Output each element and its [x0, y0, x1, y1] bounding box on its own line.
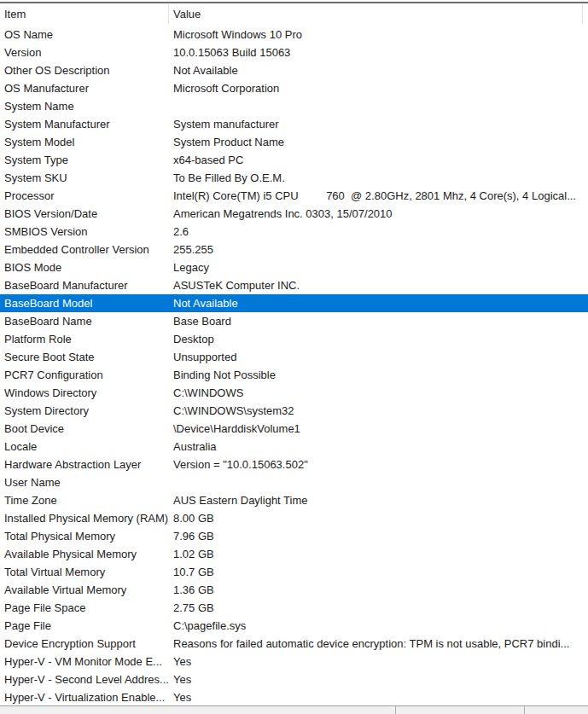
item-cell: System SKU — [0, 169, 169, 187]
value-cell: 2.6 — [169, 223, 588, 241]
value-cell: Yes — [169, 688, 588, 706]
item-cell: BaseBoard Model — [0, 294, 169, 312]
table-row[interactable]: Hyper-V - Second Level Addres... Yes — [0, 670, 588, 688]
item-cell: Total Virtual Memory — [0, 563, 169, 581]
value-cell: 2.75 GB — [169, 599, 588, 617]
item-cell: Version — [0, 44, 169, 61]
statusbar-divider — [395, 706, 396, 714]
value-cell: 1.36 GB — [169, 581, 588, 599]
item-cell: System Manufacturer — [0, 115, 169, 133]
value-cell: Binding Not Possible — [169, 366, 588, 384]
table-row[interactable]: BaseBoard Model Not Available — [0, 294, 588, 312]
item-cell: Embedded Controller Version — [0, 241, 169, 258]
table-row[interactable]: Processor Intel(R) Core(TM) i5 CPU 760 @… — [0, 187, 588, 205]
table-row[interactable]: PCR7 Configuration Binding Not Possible — [0, 366, 588, 384]
table-row[interactable]: Version 10.0.15063 Build 15063 — [0, 44, 588, 61]
table-row[interactable]: System Type x64-based PC — [0, 151, 588, 169]
table-row[interactable]: Windows Directory C:\WINDOWS — [0, 384, 588, 402]
table-row[interactable]: Embedded Controller Version 255.255 — [0, 241, 588, 258]
value-cell: Microsoft Corporation — [169, 79, 588, 97]
column-header-value[interactable]: Value — [169, 5, 583, 24]
value-cell: C:\WINDOWS\system32 — [169, 402, 588, 420]
table-row[interactable]: Page File C:\pagefile.sys — [0, 617, 588, 635]
item-cell: System Directory — [0, 402, 169, 420]
item-cell: OS Manufacturer — [0, 79, 169, 97]
item-cell: PCR7 Configuration — [0, 366, 169, 384]
table-row[interactable]: SMBIOS Version 2.6 — [0, 223, 588, 241]
table-row[interactable]: Total Physical Memory 7.96 GB — [0, 527, 588, 545]
table-row[interactable]: System SKU To Be Filled By O.E.M. — [0, 169, 588, 187]
table-row[interactable]: BIOS Mode Legacy — [0, 258, 588, 276]
item-cell: Hardware Abstraction Layer — [0, 456, 169, 473]
value-cell: x64-based PC — [169, 151, 588, 169]
table-row[interactable]: Platform Role Desktop — [0, 330, 588, 348]
item-cell: Processor — [0, 187, 169, 205]
value-cell: C:\pagefile.sys — [169, 617, 588, 635]
value-cell: System manufacturer — [169, 115, 588, 133]
item-cell: Available Physical Memory — [0, 545, 169, 563]
value-cell — [169, 97, 588, 115]
value-cell: Yes — [169, 653, 588, 670]
table-row[interactable]: BIOS Version/Date American Megatrends In… — [0, 205, 588, 223]
item-cell: Device Encryption Support — [0, 635, 169, 653]
value-cell: Base Board — [169, 312, 588, 330]
table-row[interactable]: Hyper-V - VM Monitor Mode E... Yes — [0, 653, 588, 670]
table-row[interactable]: System Model System Product Name — [0, 133, 588, 151]
table-row[interactable]: Secure Boot State Unsupported — [0, 348, 588, 366]
table-row[interactable]: System Directory C:\WINDOWS\system32 — [0, 402, 588, 420]
table-row[interactable]: Available Virtual Memory 1.36 GB — [0, 581, 588, 599]
column-header-row: Item Value — [0, 3, 588, 26]
table-row[interactable]: BaseBoard Name Base Board — [0, 312, 588, 330]
value-cell: 255.255 — [169, 241, 588, 258]
value-cell: 10.0.15063 Build 15063 — [169, 44, 588, 61]
table-row[interactable]: System Manufacturer System manufacturer — [0, 115, 588, 133]
value-cell: Reasons for failed automatic device encr… — [169, 635, 588, 653]
item-cell: BIOS Mode — [0, 258, 169, 276]
value-cell: American Megatrends Inc. 0303, 15/07/201… — [169, 205, 588, 223]
table-row[interactable]: Device Encryption Support Reasons for fa… — [0, 635, 588, 653]
table-row[interactable]: Hardware Abstraction Layer Version = "10… — [0, 456, 588, 473]
value-cell: Microsoft Windows 10 Pro — [169, 26, 588, 44]
table-row[interactable]: Boot Device \Device\HarddiskVolume1 — [0, 420, 588, 438]
item-cell: Available Virtual Memory — [0, 581, 169, 599]
value-cell: Desktop — [169, 330, 588, 348]
table-row[interactable]: System Name — [0, 97, 588, 115]
item-cell: Hyper-V - Virtualization Enable... — [0, 688, 169, 706]
value-cell: 7.96 GB — [169, 527, 588, 545]
value-cell: Not Available — [169, 294, 588, 312]
item-cell: Hyper-V - VM Monitor Mode E... — [0, 653, 169, 670]
table-row[interactable]: Other OS Description Not Available — [0, 61, 588, 79]
column-header-item[interactable]: Item — [0, 5, 169, 24]
item-cell: System Model — [0, 133, 169, 151]
table-row[interactable]: Available Physical Memory 1.02 GB — [0, 545, 588, 563]
table-row[interactable]: User Name — [0, 473, 588, 491]
item-cell: Platform Role — [0, 330, 169, 348]
item-cell: Page File — [0, 617, 169, 635]
table-row[interactable]: Installed Physical Memory (RAM) 8.00 GB — [0, 509, 588, 527]
value-cell: Unsupported — [169, 348, 588, 366]
value-cell: To Be Filled By O.E.M. — [169, 169, 588, 187]
value-cell: Not Available — [169, 61, 588, 79]
system-summary-table-body: OS Name Microsoft Windows 10 Pro Version… — [0, 26, 588, 706]
value-cell: System Product Name — [169, 133, 588, 151]
table-row[interactable]: Total Virtual Memory 10.7 GB — [0, 563, 588, 581]
item-cell: BaseBoard Name — [0, 312, 169, 330]
table-row[interactable]: Page File Space 2.75 GB — [0, 599, 588, 617]
table-row[interactable]: OS Name Microsoft Windows 10 Pro — [0, 26, 588, 44]
table-row[interactable]: BaseBoard Manufacturer ASUSTeK Computer … — [0, 276, 588, 294]
table-row[interactable]: Time Zone AUS Eastern Daylight Time — [0, 491, 588, 509]
value-cell: AUS Eastern Daylight Time — [169, 491, 588, 509]
item-cell: BIOS Version/Date — [0, 205, 169, 223]
item-cell: Installed Physical Memory (RAM) — [0, 509, 169, 527]
item-cell: Locale — [0, 438, 169, 456]
item-cell: Hyper-V - Second Level Addres... — [0, 670, 169, 688]
item-cell: Windows Directory — [0, 384, 169, 402]
item-cell: User Name — [0, 473, 169, 491]
item-cell: SMBIOS Version — [0, 223, 169, 241]
table-row[interactable]: OS Manufacturer Microsoft Corporation — [0, 79, 588, 97]
item-cell: Other OS Description — [0, 61, 169, 79]
value-cell: \Device\HarddiskVolume1 — [169, 420, 588, 438]
table-row[interactable]: Hyper-V - Virtualization Enable... Yes — [0, 688, 588, 706]
item-cell: BaseBoard Manufacturer — [0, 276, 169, 294]
table-row[interactable]: Locale Australia — [0, 438, 588, 456]
